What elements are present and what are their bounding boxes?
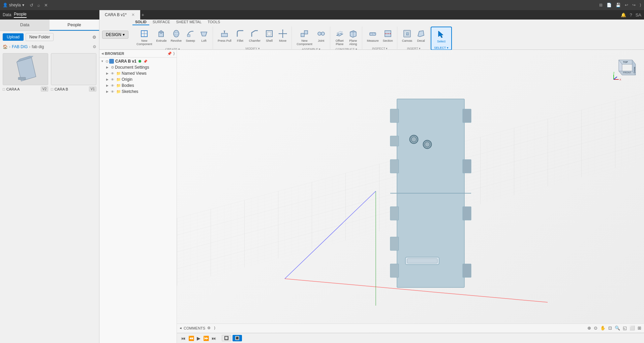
svg-point-68 [425,142,430,147]
comments-expand[interactable]: ⟩ [214,326,215,330]
sweep-btn[interactable]: Sweep [184,28,196,43]
tree-named-views[interactable]: ▶ 👁 📁 Named Views [99,70,177,76]
left-settings-icon[interactable]: ⚙ [92,35,96,40]
tab-surface[interactable]: SURFACE [150,20,173,25]
svg-rect-59 [390,264,399,277]
tab-tools[interactable]: TOOLS [205,20,223,25]
tab-solid[interactable]: SOLID [132,20,149,25]
redo-icon[interactable]: ↪ [632,3,636,7]
tree-origin-folder: 📁 [116,77,121,82]
svg-text:Z: Z [613,71,615,74]
new-folder-button[interactable]: New Folder [26,33,54,41]
display-settings-icon[interactable]: ⬜ [630,325,635,331]
create-sketch-btn[interactable]: NewComponent [135,28,154,47]
upload-button[interactable]: Upload [3,33,24,41]
revolve-btn[interactable]: Revolve [170,28,183,43]
toolbar-groups: NewComponent Extrude [132,27,641,50]
undo-icon[interactable]: ↩ [625,3,628,7]
select-group-label: SELECT ▾ [434,46,448,49]
user-menu[interactable]: 👤 sheyla ▾ [3,3,24,7]
tree-bodies[interactable]: ▶ 👁 📁 Bodies [99,82,177,89]
toolbar-group-modify: Press Pull Fillet [214,27,292,50]
offset-plane-btn[interactable]: OffsetPlane [334,28,346,47]
press-pull-btn[interactable]: Press Pull [216,28,233,43]
files-grid: □ CARA A V2 □ CARA B V1 [0,50,99,343]
zoom-select-icon[interactable]: 🔍 [615,325,620,331]
design-button[interactable]: DESIGN ▾ [102,31,128,39]
tree-named-views-eye: 👁 [111,72,116,75]
tree-root[interactable]: ▼ ⊙ CARA B v1 📌 [99,58,177,64]
shell-icon [265,29,274,38]
left-panel-tab-data[interactable]: Data [3,12,11,17]
tree-doc-settings[interactable]: ▶ ⚙ Document Settings [99,64,177,70]
tree-origin[interactable]: ▶ 👁 📁 Origin [99,76,177,82]
extrude-btn[interactable]: Extrude [155,28,168,43]
doc-tab-close[interactable]: ✕ [131,12,135,17]
tree-sketches[interactable]: ▶ 👁 📁 Sketches [99,89,177,95]
svg-marker-25 [278,33,279,34]
fillet-btn[interactable]: Fillet [234,28,246,43]
chamfer-btn[interactable]: Chamfer [248,28,262,43]
notifications-icon[interactable]: 🔔 [621,12,626,18]
browser-pin-icon[interactable]: 📌 [167,52,172,56]
joint-btn[interactable]: Joint [315,28,327,43]
file-version-cara-a[interactable]: V2 [41,87,48,92]
playback-end-btn[interactable]: ⏭ [212,336,216,341]
save-icon[interactable]: 💾 [616,3,621,7]
breadcrumb-settings[interactable]: ⚙ [93,44,96,49]
pan-icon[interactable]: ⊙ [594,325,597,331]
playback-next-btn[interactable]: ⏩ [203,336,209,341]
tab-people[interactable]: People [50,20,99,31]
playback-view-btn-2[interactable]: 🔳 [233,335,242,341]
decal-btn[interactable]: Decal [415,28,427,43]
loft-btn[interactable]: Loft [198,28,210,43]
grid-settings-icon[interactable]: ⊞ [638,325,641,331]
zoom-icon[interactable]: ✋ [600,325,606,331]
browser-expand-icon[interactable]: ⟩ [173,52,175,56]
select-btn[interactable]: Select [435,29,447,44]
refresh-icon[interactable]: ↺ [30,3,33,8]
shell-btn[interactable]: Shell [263,28,275,43]
sweep-icon [186,29,195,38]
doc-icon[interactable]: 📄 [607,3,612,7]
canvas-btn[interactable]: 🖼 Canvas [401,28,414,43]
doc-tab-bar: Data People CARA B v1* ✕ + 🔔 ? SA [0,10,644,20]
breadcrumb-home[interactable]: 🏠 [3,44,8,49]
playback-view-btn-1[interactable]: 🔲 [222,335,231,341]
comments-settings[interactable]: ⚙ [207,326,211,330]
breadcrumb-fab-dig[interactable]: FAB DIG [12,44,28,49]
left-panel-tab-people[interactable]: People [14,12,26,18]
grid-icon[interactable]: ⊞ [599,3,603,7]
fit-icon[interactable]: ⊡ [608,325,612,331]
playback-play-btn[interactable]: ▶ [197,336,201,341]
svg-text:🖼: 🖼 [406,32,409,36]
file-thumb-cara-b[interactable] [51,53,96,85]
browser-collapse-icon[interactable]: ◂ [101,51,103,56]
move-btn[interactable]: Move [277,28,289,43]
doc-tab-active[interactable]: CARA B v1* ✕ [99,10,140,20]
playback-prev-btn[interactable]: ⏪ [188,336,194,341]
playback-start-btn[interactable]: ⏮ [181,336,186,341]
tree-bodies-arrow: ▶ [106,84,110,87]
tab-sheet-metal[interactable]: SHEET METAL [174,20,204,25]
measure-btn[interactable]: Measure [366,28,380,43]
close-icon[interactable]: ✕ [44,3,48,8]
plane-along-btn[interactable]: PlaneAlong [347,28,359,47]
section-btn[interactable]: Section [381,28,394,43]
orbit-icon[interactable]: ⊕ [587,325,591,331]
file-thumb-cara-a[interactable] [3,53,48,85]
new-tab-button[interactable]: + [142,12,144,18]
account-icon[interactable]: SA [636,12,641,18]
comments-collapse[interactable]: ◂ [180,326,182,330]
viewport[interactable]: TOP RIGHT FRONT X Z [177,50,644,343]
tab-data[interactable]: Data [0,20,50,31]
user-name: sheyla [9,3,21,7]
forward-icon[interactable]: ⟩ [640,3,641,7]
new-component-btn[interactable]: NewComponent [295,28,314,47]
file-version-cara-b[interactable]: V1 [89,87,96,92]
view-cube[interactable]: TOP RIGHT FRONT X Z [612,55,639,82]
file-type-icon-b: □ [51,87,53,91]
display-mode-icon[interactable]: ◱ [623,325,627,331]
search-icon[interactable]: ⌕ [37,3,40,8]
help-icon[interactable]: ? [630,12,632,18]
